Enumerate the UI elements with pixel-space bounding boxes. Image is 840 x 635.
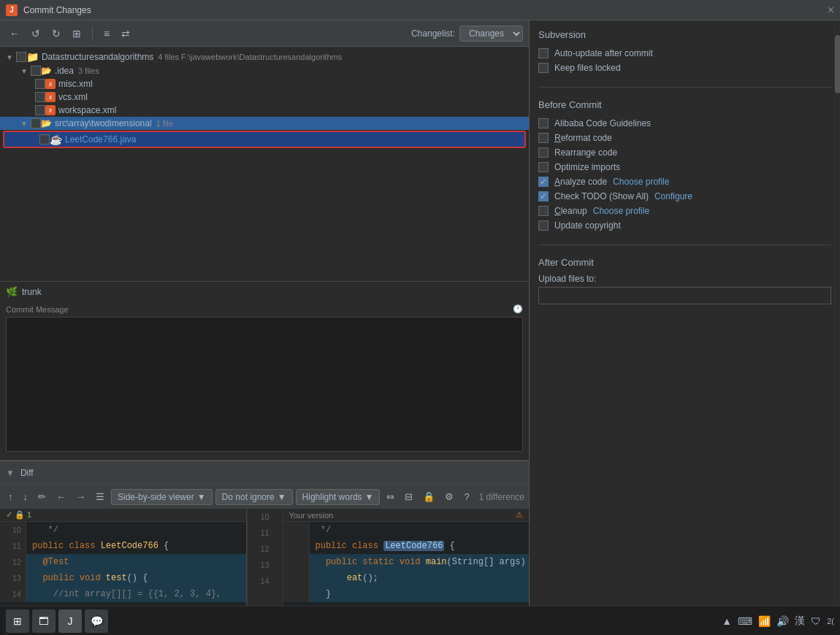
changelist-dropdown[interactable]: Changes (459, 26, 523, 42)
help-btn[interactable]: ? (460, 489, 473, 504)
option-optimize: Optimize imports (538, 160, 831, 174)
settings-btn[interactable]: ⚙ (441, 489, 457, 504)
commit-label-text: Commit Message (6, 305, 69, 314)
vcs-xml[interactable]: x vcs.xml (0, 91, 529, 104)
diff-count: 1 difference (479, 492, 525, 502)
copyright-label: Update copyright (554, 220, 621, 231)
idea-arrow: ▼ (20, 67, 28, 75)
taskbar-start[interactable]: ⊞ (6, 609, 29, 633)
commit-section: Commit Message 🕐 (0, 301, 529, 460)
idea-checkbox[interactable] (31, 66, 41, 76)
option-reformat: Reformat code (538, 131, 831, 145)
right-panel: Subversion Auto-update after commit Keep… (530, 20, 840, 635)
auto-update-label: Auto-update after commit (554, 48, 653, 58)
lock-btn[interactable]: 🔒 (419, 489, 438, 504)
upload-row: Upload files to: (538, 274, 831, 284)
root-checkbox[interactable] (16, 52, 26, 62)
optimize-label: Optimize imports (554, 162, 620, 172)
auto-update-checkbox[interactable] (538, 48, 549, 58)
viewer-dropdown[interactable]: Side-by-side viewer ▼ (111, 489, 213, 505)
app-icon: J (6, 4, 18, 16)
taskbar-wechat[interactable]: 💬 (85, 609, 108, 633)
check-todo-link[interactable]: Configure (654, 191, 692, 201)
check-todo-label: Check TODO (Show All) (554, 191, 649, 201)
back-button[interactable]: ← (6, 26, 23, 42)
highlight-dropdown[interactable]: Highlight words ▼ (296, 489, 381, 505)
copyright-checkbox[interactable] (538, 220, 549, 231)
taskbar-intellij[interactable]: J (58, 609, 82, 633)
src-checkbox[interactable] (31, 118, 41, 128)
left-line-12: 12 @Test (0, 554, 246, 570)
columns-btn[interactable]: ⊟ (401, 489, 416, 504)
right-lc-13: eat(); (310, 570, 530, 586)
sys-expand: ▲ (722, 615, 732, 627)
option-auto-update: Auto-update after commit (538, 46, 831, 61)
leetcode-checkbox[interactable] (39, 134, 50, 145)
misc-checkbox[interactable] (35, 79, 45, 89)
workspace-xml[interactable]: x workspace.xml (0, 104, 529, 117)
right-scrollbar[interactable] (834, 20, 840, 606)
left-lc-14: //int array[][] = {{1, 2, 3, 4}, (26, 586, 246, 602)
tree-root[interactable]: ▼ 📁 Datastructuresandalgorithms 4 files … (0, 50, 529, 64)
file-tree: ▼ 📁 Datastructuresandalgorithms 4 files … (0, 47, 529, 281)
left-ln-13: 13 (0, 570, 26, 586)
alibaba-checkbox[interactable] (538, 118, 549, 128)
diff-up-btn[interactable]: ↑ (4, 489, 17, 504)
reformat-checkbox[interactable] (538, 133, 549, 143)
leetcode766-file[interactable]: ☕ LeetCode766.java (3, 131, 526, 148)
swap-button[interactable]: ⇄ (118, 26, 134, 42)
mid-ln-13: 13 (260, 557, 269, 573)
optimize-checkbox[interactable] (538, 162, 549, 172)
highlight-label: Highlight words (302, 492, 362, 502)
upload-input[interactable] (538, 287, 831, 304)
ignore-label: Do not ignore (222, 492, 275, 502)
equalizer-btn[interactable]: ⇔ (383, 489, 398, 504)
viewer-arrow: ▼ (197, 492, 206, 502)
option-alibaba: Alibaba Code Guidelines (538, 116, 831, 131)
src-folder[interactable]: ▼ 📂 src\array\twodimensional 1 file (0, 117, 529, 130)
left-ln-12: 12 (0, 554, 26, 570)
after-commit-title: After Commit (538, 257, 831, 268)
workspace-checkbox[interactable] (35, 105, 45, 115)
cleanup-checkbox[interactable] (538, 206, 549, 216)
align-button[interactable]: ≡ (100, 26, 113, 42)
cleanup-link[interactable]: Choose profile (593, 206, 649, 216)
ignore-dropdown[interactable]: Do not ignore ▼ (215, 489, 293, 505)
analyze-link[interactable]: Choose profile (613, 177, 669, 187)
idea-folder[interactable]: ▼ 📂 .idea 3 files (0, 64, 529, 77)
analyze-label: Analyze code (554, 177, 607, 187)
title-bar: J Commit Changes × (0, 0, 840, 20)
right-ln-13 (283, 570, 310, 586)
option-check-todo: ✓ Check TODO (Show All) Configure (538, 189, 831, 204)
vcs-checkbox[interactable] (35, 92, 45, 102)
keep-locked-checkbox[interactable] (538, 63, 549, 73)
layout-button[interactable]: ⊞ (69, 26, 85, 42)
commit-textarea[interactable] (6, 317, 523, 452)
close-button[interactable]: × (828, 4, 834, 17)
rearrange-checkbox[interactable] (538, 147, 549, 158)
sys-antivirus: 🛡 (811, 615, 821, 627)
diff-next-btn[interactable]: → (72, 489, 89, 504)
workspace-badge: x (45, 105, 56, 115)
main-layout: ← ↺ ↻ ⊞ ≡ ⇄ Changelist: Changes ▼ 📁 Data… (0, 20, 840, 635)
option-cleanup: Cleanup Choose profile (538, 204, 831, 218)
idea-name: .idea (55, 66, 74, 76)
check-todo-checkbox[interactable]: ✓ (538, 191, 549, 201)
diff-edit-btn[interactable]: ✏ (34, 489, 50, 504)
mid-ln-14: 14 (260, 573, 269, 589)
analyze-checkbox[interactable]: ✓ (538, 177, 549, 187)
sys-keyboard: ⌨ (738, 615, 752, 627)
left-lc-10: */ (26, 522, 246, 538)
taskbar-explorer[interactable]: 🗔 (32, 609, 56, 633)
diff-prev-btn[interactable]: ← (53, 489, 69, 504)
right-ln-11 (283, 538, 310, 554)
forward-button[interactable]: ↻ (48, 26, 64, 42)
left-line-11: 11 public class LeetCode766 { (0, 538, 246, 554)
diff-list-btn[interactable]: ☰ (92, 489, 108, 504)
misc-xml[interactable]: x misc.xml (0, 77, 529, 91)
diff-toggle[interactable]: ▼ (6, 468, 15, 478)
mid-ln-12: 12 (260, 541, 269, 557)
diff-down-btn[interactable]: ↓ (20, 489, 32, 504)
refresh-button[interactable]: ↺ (28, 26, 44, 42)
mid-ln-10: 10 (260, 509, 269, 525)
